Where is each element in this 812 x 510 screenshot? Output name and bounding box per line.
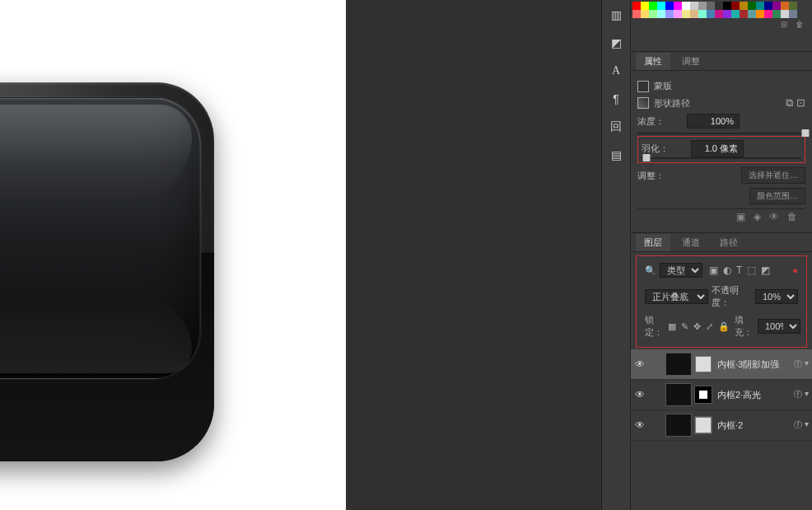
- density-slider[interactable]: [637, 133, 805, 134]
- swatch[interactable]: [756, 10, 764, 18]
- glyph-icon[interactable]: 回: [607, 119, 625, 135]
- props-eye-icon[interactable]: 👁: [769, 211, 779, 222]
- layer-thumb[interactable]: [665, 353, 692, 376]
- swatch[interactable]: [641, 10, 649, 18]
- filter-kind-select[interactable]: 类型: [660, 263, 702, 278]
- swatch[interactable]: [698, 2, 707, 10]
- chevron-down-icon[interactable]: ▾: [805, 358, 809, 370]
- swatch[interactable]: [764, 2, 772, 10]
- feather-field[interactable]: 1.0 像素: [691, 140, 744, 157]
- swatch[interactable]: [674, 2, 682, 10]
- swatch[interactable]: [665, 2, 674, 10]
- layer-row[interactable]: 👁内框2·高光ⓕ▾: [631, 380, 812, 410]
- vector-mask-link-icon[interactable]: ⧉: [786, 96, 793, 110]
- opacity-field[interactable]: 10%: [755, 289, 798, 304]
- lock-image-icon[interactable]: ✎: [681, 321, 688, 332]
- swatch[interactable]: [665, 10, 674, 18]
- visibility-eye-icon[interactable]: 👁: [634, 389, 646, 400]
- swatch[interactable]: [764, 10, 772, 18]
- tab-adjustments[interactable]: 调整: [674, 53, 708, 70]
- swatch[interactable]: [723, 10, 731, 18]
- swatch[interactable]: [748, 10, 756, 18]
- swatch[interactable]: [707, 2, 715, 10]
- density-field[interactable]: 100%: [687, 114, 740, 129]
- fx-indicator-icon[interactable]: ⓕ: [794, 389, 802, 400]
- filter-type-icon[interactable]: T: [736, 264, 742, 276]
- chevron-down-icon[interactable]: ▾: [805, 389, 809, 400]
- layer-mask-thumb[interactable]: [694, 386, 712, 404]
- swatch-new-icon[interactable]: ⊞: [781, 20, 787, 29]
- swatch[interactable]: [641, 2, 649, 10]
- swatch[interactable]: [632, 10, 641, 18]
- swatch[interactable]: [772, 2, 781, 10]
- filter-smart-icon[interactable]: ◩: [761, 264, 770, 276]
- filter-adjust-icon[interactable]: ◐: [723, 264, 731, 276]
- swatch[interactable]: [789, 2, 797, 10]
- color-range-button[interactable]: 颜色范围…: [749, 188, 805, 204]
- fill-field[interactable]: 100%: [758, 319, 800, 334]
- swatch-trash-icon[interactable]: 🗑: [796, 20, 804, 29]
- swatch-grid[interactable]: [632, 2, 810, 18]
- swatch[interactable]: [756, 2, 764, 10]
- select-and-mask-button[interactable]: 选择并遮住…: [741, 167, 805, 184]
- swatch[interactable]: [740, 10, 748, 18]
- swatch[interactable]: [772, 10, 781, 18]
- filter-pixel-icon[interactable]: ▣: [709, 264, 718, 276]
- swatch[interactable]: [674, 10, 682, 18]
- swatch[interactable]: [781, 10, 789, 18]
- swatch[interactable]: [657, 10, 665, 18]
- swatch[interactable]: [698, 10, 707, 18]
- layer-mask-thumb[interactable]: [694, 416, 712, 434]
- lock-all-icon[interactable]: 🔒: [718, 321, 730, 332]
- visibility-eye-icon[interactable]: 👁: [634, 419, 646, 431]
- swatch[interactable]: [657, 2, 665, 10]
- swatch[interactable]: [748, 2, 756, 10]
- swatch[interactable]: [682, 10, 690, 18]
- layer-name[interactable]: 内框·2: [717, 419, 789, 432]
- chevron-down-icon[interactable]: ▾: [805, 419, 809, 431]
- swatch[interactable]: [690, 2, 698, 10]
- layer-thumb[interactable]: [665, 383, 692, 406]
- tab-layers[interactable]: 图层: [636, 234, 670, 251]
- swatch[interactable]: [781, 2, 789, 10]
- blend-mode-select[interactable]: 正片叠底: [645, 289, 708, 304]
- layer-name[interactable]: 内框·3阴影加强: [717, 358, 789, 371]
- lock-position-icon[interactable]: ✥: [693, 321, 701, 332]
- histogram-icon[interactable]: ▥: [607, 7, 625, 23]
- library-icon[interactable]: ▤: [607, 147, 625, 163]
- layer-list[interactable]: 👁内框·3阴影加强ⓕ▾👁内框2·高光ⓕ▾👁内框·2ⓕ▾: [631, 349, 812, 510]
- props-trash-icon[interactable]: 🗑: [787, 211, 797, 222]
- layer-name[interactable]: 内框2·高光: [717, 389, 789, 401]
- swatch[interactable]: [715, 2, 723, 10]
- nav-icon[interactable]: ◩: [607, 35, 625, 51]
- layer-mask-thumb[interactable]: [694, 355, 712, 373]
- layer-row[interactable]: 👁内框·2ⓕ▾: [631, 410, 812, 441]
- layer-row[interactable]: 👁内框·3阴影加强ⓕ▾: [631, 349, 812, 380]
- paragraph-icon[interactable]: ¶: [607, 91, 625, 107]
- props-invert-icon[interactable]: ◈: [754, 211, 761, 222]
- swatch[interactable]: [649, 2, 657, 10]
- canvas-area[interactable]: [0, 0, 601, 510]
- feather-slider[interactable]: [642, 157, 801, 159]
- swatch[interactable]: [649, 10, 657, 18]
- swatch[interactable]: [707, 10, 715, 18]
- fx-indicator-icon[interactable]: ⓕ: [794, 358, 802, 370]
- fx-indicator-icon[interactable]: ⓕ: [794, 419, 802, 431]
- swatch[interactable]: [731, 10, 740, 18]
- visibility-eye-icon[interactable]: 👁: [634, 358, 646, 370]
- tab-channels[interactable]: 通道: [674, 234, 708, 251]
- filter-toggle-icon[interactable]: ●: [792, 265, 798, 275]
- tab-properties[interactable]: 属性: [636, 53, 670, 70]
- lock-artboard-icon[interactable]: ⤢: [706, 321, 713, 332]
- layer-thumb[interactable]: [665, 414, 692, 437]
- tab-paths[interactable]: 路径: [712, 234, 746, 251]
- swatch[interactable]: [690, 10, 698, 18]
- filter-shape-icon[interactable]: ⬚: [747, 264, 756, 276]
- lock-transparent-icon[interactable]: ▩: [668, 321, 676, 332]
- swatch[interactable]: [731, 2, 740, 10]
- swatch[interactable]: [789, 10, 797, 18]
- swatch[interactable]: [682, 2, 690, 10]
- swatch[interactable]: [723, 2, 731, 10]
- props-mask-from-icon[interactable]: ▣: [736, 211, 745, 222]
- swatch[interactable]: [740, 2, 748, 10]
